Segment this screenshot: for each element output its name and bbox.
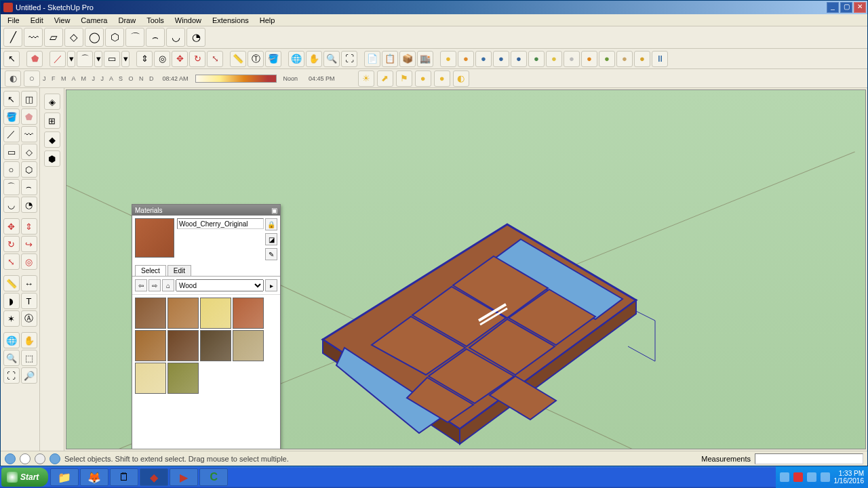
shadow-white-icon[interactable] — [24, 70, 40, 87]
pie-icon[interactable] — [21, 197, 37, 213]
system-tray[interactable]: 1:33 PM 1/16/2016 — [776, 466, 869, 488]
rotrect-icon[interactable] — [21, 144, 37, 160]
panel-close-icon[interactable]: ▣ — [271, 207, 277, 214]
tab-edit[interactable]: Edit — [167, 265, 191, 276]
arc-icon[interactable] — [77, 51, 93, 67]
close-button[interactable]: ✕ — [854, 2, 866, 13]
warehouse-icon[interactable] — [417, 51, 433, 67]
zoom2-icon[interactable] — [3, 350, 20, 366]
material-swatch[interactable] — [200, 298, 231, 329]
sphere-tan-icon[interactable] — [616, 51, 633, 67]
orbit-icon[interactable] — [288, 51, 304, 67]
offset2-icon[interactable] — [21, 253, 37, 270]
arc2-icon[interactable] — [3, 179, 20, 195]
menu-tools[interactable]: Tools — [141, 16, 170, 25]
task-app2[interactable]: ▶ — [170, 468, 198, 486]
eyedropper-icon[interactable]: ✎ — [265, 248, 277, 260]
sphere-blue1-icon[interactable] — [475, 51, 492, 67]
pushpull-icon[interactable] — [136, 51, 153, 67]
sun-icon[interactable] — [358, 70, 374, 87]
current-material-swatch[interactable] — [135, 218, 174, 258]
sphere-stop-icon[interactable] — [652, 51, 668, 67]
polygon-icon[interactable] — [21, 161, 37, 178]
pan2-icon[interactable] — [21, 332, 37, 348]
zoomwin-icon[interactable] — [21, 350, 37, 366]
sandbox-2-icon[interactable] — [44, 113, 60, 129]
sun-high-icon[interactable] — [453, 70, 469, 87]
line2-icon[interactable] — [3, 126, 20, 142]
dropdown-icon[interactable] — [67, 51, 75, 67]
orbit2-icon[interactable] — [3, 332, 20, 348]
menu-help[interactable]: Help — [254, 16, 281, 25]
menu-camera[interactable]: Camera — [75, 16, 113, 25]
home-icon[interactable]: ⌂ — [162, 279, 174, 291]
3pt-arc-icon[interactable] — [166, 28, 185, 47]
library-select[interactable]: Wood — [176, 279, 264, 291]
sandbox-3-icon[interactable] — [44, 131, 60, 148]
nav-back-icon[interactable]: ⇦ — [135, 279, 147, 291]
prev-icon[interactable] — [21, 367, 37, 384]
entity-info-icon[interactable] — [382, 51, 398, 67]
materials-panel[interactable]: Materials ▣ 🔒 ◪ ✎ — [132, 204, 281, 449]
library-menu-icon[interactable]: ▸ — [265, 279, 277, 291]
lock-icon[interactable]: 🔒 — [265, 218, 277, 230]
select-icon[interactable] — [3, 91, 20, 107]
task-app3[interactable]: C — [199, 468, 228, 486]
text-icon[interactable] — [248, 51, 264, 67]
material-swatch[interactable] — [233, 330, 264, 361]
sphere-blue3-icon[interactable] — [511, 51, 527, 67]
line-icon[interactable] — [50, 51, 66, 67]
dimension-icon[interactable] — [21, 275, 37, 291]
3ptarc-icon[interactable] — [3, 197, 20, 213]
sphere-blue2-icon[interactable] — [493, 51, 509, 67]
scale-icon[interactable] — [207, 51, 223, 67]
scale2-icon[interactable] — [3, 253, 20, 270]
status-geo-icon[interactable] — [5, 453, 16, 464]
sandbox-4-icon[interactable] — [44, 150, 60, 167]
sphere-gray-icon[interactable] — [564, 51, 580, 67]
zoomext-icon[interactable] — [3, 367, 20, 384]
rect2-icon[interactable] — [3, 144, 20, 160]
sphere-yellow2-icon[interactable] — [546, 51, 562, 67]
material-swatch[interactable] — [167, 363, 199, 394]
tray-icon-2[interactable] — [793, 472, 803, 482]
task-sketchup[interactable]: ◆ — [140, 468, 168, 486]
create-material-icon[interactable]: ◪ — [265, 233, 277, 245]
material-swatch[interactable] — [135, 363, 166, 394]
rotated-rect-icon[interactable] — [64, 28, 83, 47]
material-swatch[interactable] — [200, 330, 231, 361]
polygon-tool-icon[interactable] — [105, 28, 124, 47]
sphere-orange2-icon[interactable] — [581, 51, 597, 67]
followme-icon[interactable] — [21, 236, 37, 252]
tape-icon[interactable] — [230, 51, 246, 67]
component-icon[interactable] — [21, 91, 37, 107]
rectangle-tool-icon[interactable] — [44, 28, 63, 47]
rotate2-icon[interactable] — [3, 236, 20, 252]
move2-icon[interactable] — [3, 218, 20, 235]
pushpull2-icon[interactable] — [21, 218, 37, 235]
zoom-extents-icon[interactable] — [341, 51, 357, 67]
offset-icon[interactable] — [154, 51, 170, 67]
material-swatch[interactable] — [135, 330, 166, 361]
eraser-tool-icon[interactable] — [26, 51, 43, 67]
minimize-button[interactable]: _ — [827, 2, 839, 13]
circle-icon[interactable] — [3, 161, 20, 178]
task-firefox[interactable]: 🦊 — [80, 468, 108, 486]
sun-arrow-icon[interactable] — [377, 70, 393, 87]
tray-icon-1[interactable] — [780, 472, 789, 482]
paint-icon[interactable] — [3, 108, 20, 125]
3dtext-icon[interactable] — [21, 310, 37, 327]
task-notes[interactable]: 🗒 — [110, 468, 138, 486]
text2-icon[interactable] — [21, 293, 37, 309]
menu-draw[interactable]: Draw — [113, 16, 141, 25]
model-info-icon[interactable] — [364, 51, 380, 67]
2ptarc-icon[interactable] — [21, 179, 37, 195]
sandbox-1-icon[interactable] — [44, 94, 60, 110]
sphere-green-icon[interactable] — [528, 51, 545, 67]
measurements-input[interactable] — [755, 453, 863, 464]
material-name-input[interactable] — [177, 218, 264, 229]
2pt-arc-icon[interactable] — [146, 28, 165, 47]
pie-arc-icon[interactable] — [186, 28, 205, 47]
menu-view[interactable]: View — [49, 16, 76, 25]
status-user-icon[interactable] — [35, 453, 45, 464]
